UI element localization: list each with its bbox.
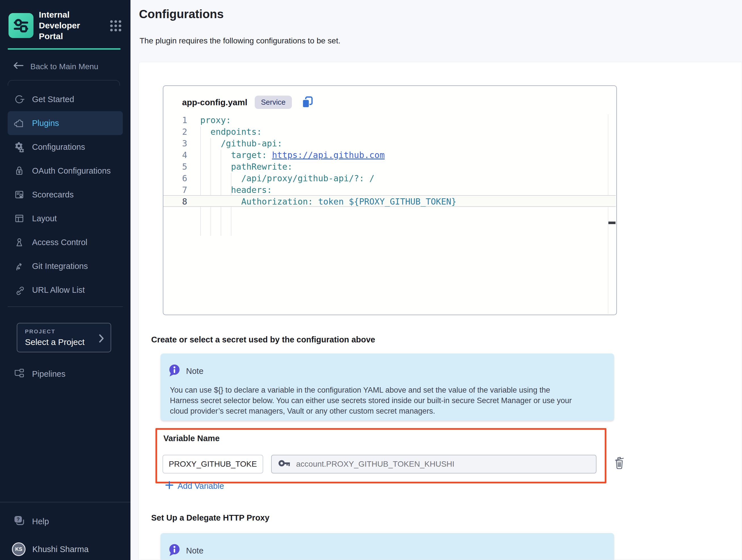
line-number: 1 [163,114,187,126]
add-variable-label: Add Variable [177,481,224,491]
note-header: Note [161,353,614,379]
sidebar-item-plugins[interactable]: Plugins [8,111,123,135]
code-text: pathRewrite: [187,161,293,172]
info-icon [168,543,180,558]
editor-overview-ruler [608,114,608,314]
sidebar-item-pipelines[interactable]: Pipelines [8,362,123,386]
back-label: Back to Main Menu [30,62,98,71]
note-label: Note [186,546,203,555]
line-number: 5 [163,161,187,172]
sidebar-item-label: Git Integrations [32,262,88,271]
yaml-editor-card: app-config.yaml Service 1proxy:2 endpoin… [163,85,617,315]
page-title: Configurations [139,7,224,21]
note-text: You can use ${} to declare a variable in… [161,379,592,416]
sidebar-item-label: Configurations [32,142,85,152]
indent-guide [200,126,201,236]
indent-guide [210,138,211,236]
code-line[interactable]: 1proxy: [163,114,616,126]
code-text: Authorization: token ${PROXY_GITHUB_TOKE… [187,196,457,206]
grid-menu-icon[interactable] [109,19,122,33]
sidebar-bottom: ? Help KS Khushi Sharma [0,502,130,560]
line-number: 6 [163,172,187,184]
sidebar-item-label: Access Control [32,238,87,247]
pipelines-icon [14,368,25,380]
indent-guide [221,150,221,236]
code-line[interactable]: 3 /github-api: [163,138,616,149]
help-label: Help [32,517,49,526]
oauth-icon [14,165,25,176]
sidebar-item-label: URL Allow List [32,286,85,295]
help-icon: ? [13,515,25,528]
delegate-section-heading: Set Up a Delegate HTTP Proxy [151,513,269,522]
sidebar-item-label: OAuth Configurations [32,166,111,175]
layout-icon [14,213,25,224]
chevron-right-icon [99,334,104,344]
add-variable-button[interactable]: Add Variable [165,481,224,491]
back-arrow-icon [13,61,24,71]
plus-icon [165,481,173,491]
sidebar-item-oauth-configurations[interactable]: OAuth Configurations [8,159,123,183]
editor-header: app-config.yaml Service [163,86,616,109]
line-number: 8 [163,196,187,206]
sidebar-item-git-integrations[interactable]: Git Integrations [8,254,123,278]
code-line[interactable]: 8 Authorization: token ${PROXY_GITHUB_TO… [163,195,616,207]
line-number: 2 [163,126,187,138]
sidebar-item-layout[interactable]: Layout [8,207,123,231]
plugins-icon [14,118,25,129]
code-line[interactable]: 4 target: https://api.github.com [163,149,616,161]
service-badge: Service [255,96,292,109]
project-selector[interactable]: PROJECT Select a Project [17,323,111,352]
line-number: 7 [163,184,187,196]
user-menu[interactable]: KS Khushi Sharma [0,528,130,556]
editor-filename: app-config.yaml [182,98,247,107]
variable-name-input[interactable] [163,455,263,473]
sidebar-item-access-control[interactable]: Access Control [8,231,123,254]
user-name: Khushi Sharma [32,545,89,554]
back-to-main-menu[interactable]: Back to Main Menu [0,50,130,71]
note-header: Note [161,533,614,558]
note-label: Note [186,366,203,376]
note-box-delegate: Note [161,533,614,560]
idp-logo-icon [8,13,34,38]
code-text: /github-api: [187,138,282,149]
sidebar-item-configurations[interactable]: Configurations [8,135,123,159]
code-line[interactable]: 2 endpoints: [163,126,616,138]
sidebar-nav: Get StartedPluginsConfigurationsOAuth Co… [0,86,130,302]
content-panel: app-config.yaml Service 1proxy:2 endpoin… [139,62,742,560]
code-text: target: https://api.github.com [187,149,385,161]
url-allow-list-icon [14,285,25,295]
sidebar-item-label: Get Started [32,95,74,104]
editor-scrollbar-thumb[interactable] [608,221,616,224]
project-eyebrow: PROJECT [25,328,111,335]
sidebar-item-help[interactable]: ? Help [0,502,130,528]
app-root: Internal Developer Portal Back to Main M… [0,0,742,560]
info-icon [168,364,180,379]
git-integrations-icon [14,261,25,271]
variable-name-section: Variable Name account.PROXY_GITHU [155,428,606,483]
code-editor[interactable]: 1proxy:2 endpoints:3 /github-api:4 targe… [163,114,616,314]
sidebar-item-get-started[interactable]: Get Started [8,87,123,111]
sidebar-item-label: Scorecards [32,190,74,199]
sidebar-item-label: Plugins [32,118,59,128]
note-box-secret: Note You can use ${} to declare a variab… [161,353,614,421]
get-started-icon [14,94,25,105]
secret-selector[interactable]: account.PROXY_GITHUB_TOKEN_KHUSHI [271,455,596,473]
sidebar-item-url-allow-list[interactable]: URL Allow List [8,278,123,302]
copy-icon[interactable] [301,96,314,109]
sidebar-item-scorecards[interactable]: Scorecards [8,183,123,207]
delete-variable-icon[interactable] [613,456,626,471]
sidebar-divider [8,306,123,307]
svg-text:?: ? [17,517,20,522]
brand-title: Internal Developer Portal [39,9,106,42]
code-line[interactable]: 5 pathRewrite: [163,161,616,172]
code-text: headers: [187,184,272,196]
secret-value: account.PROXY_GITHUB_TOKEN_KHUSHI [296,460,455,469]
variable-name-label: Variable Name [163,434,605,443]
scorecards-icon [14,189,25,200]
avatar: KS [12,543,25,556]
code-text: /api/proxy/github-api/?: / [187,172,374,184]
sidebar-item-label: Layout [32,214,57,223]
configurations-icon [14,142,25,152]
code-text: proxy: [187,114,231,126]
pipelines-label: Pipelines [32,369,65,379]
